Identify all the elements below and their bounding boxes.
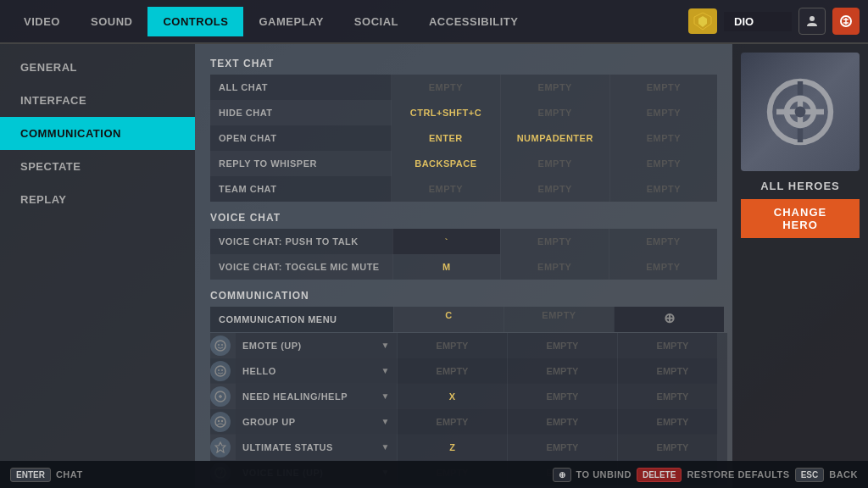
group-icon (210, 412, 231, 432)
dropdown-arrow-icon: ▼ (381, 341, 390, 350)
svg-point-12 (218, 419, 220, 421)
comm-bind-2[interactable]: EMPTY (507, 333, 617, 358)
comm-bind-2[interactable]: EMPTY (507, 384, 617, 409)
bind-cell-2[interactable]: NUMPADENTER (500, 125, 609, 151)
comm-action-label[interactable]: GROUP UP ▼ (236, 409, 397, 435)
tab-accessibility[interactable]: ACCESSIBILITY (414, 7, 533, 36)
bind-cell-3[interactable]: EMPTY (609, 229, 717, 254)
bind-cell-2[interactable]: EMPTY (500, 75, 609, 100)
svg-rect-20 (798, 129, 803, 142)
table-row: HIDE CHAT CTRL+SHFT+C EMPTY EMPTY (210, 100, 717, 125)
bind-cell-1[interactable]: ENTER (392, 125, 501, 151)
unbind-key: ⊕ (553, 468, 571, 482)
svg-point-5 (218, 344, 220, 346)
action-text: ULTIMATE STATUS (242, 442, 333, 452)
sidebar-item-replay[interactable]: REPLAY (0, 183, 195, 216)
main-area: GENERAL INTERFACE COMMUNICATION SPECTATE… (0, 44, 868, 488)
svg-point-13 (221, 419, 223, 421)
svg-rect-19 (798, 81, 803, 95)
sidebar-item-communication[interactable]: COMMUNICATION (0, 117, 195, 150)
action-label: REPLY TO WHISPER (210, 151, 392, 176)
comm-bind-3[interactable]: EMPTY (617, 358, 727, 384)
comm-bind-2[interactable]: EMPTY (507, 358, 617, 384)
action-text: NEED HEALING/HELP (242, 391, 348, 402)
comm-bind-2[interactable]: EMPTY (507, 409, 617, 435)
svg-point-7 (215, 366, 225, 376)
bind-cell-3[interactable]: EMPTY (609, 100, 717, 125)
comm-action-label[interactable]: NEED HEALING/HELP ▼ (236, 384, 397, 409)
comm-bind-3[interactable]: EMPTY (617, 409, 727, 435)
svg-point-22 (795, 107, 806, 118)
tab-social[interactable]: SOCIAL (339, 7, 414, 36)
comm-bind-1[interactable]: EMPTY (397, 409, 507, 435)
list-item: NEED HEALING/HELP ▼ X EMPTY EMPTY (210, 384, 717, 409)
change-hero-button[interactable]: CHANGE HERO (741, 199, 860, 238)
bind-cell-1[interactable]: BACKSPACE (392, 151, 501, 176)
bind-cell-2[interactable]: EMPTY (500, 254, 609, 280)
social-icon-btn[interactable] (798, 8, 826, 35)
comm-bind-1[interactable]: EMPTY (397, 333, 507, 358)
action-label: VOICE CHAT: TOGGLE MIC MUTE (210, 254, 392, 280)
svg-point-2 (810, 16, 815, 21)
table-row: VOICE CHAT: TOGGLE MIC MUTE M EMPTY EMPT… (210, 254, 717, 280)
top-navigation: VIDEO SOUND CONTROLS GAMEPLAY SOCIAL ACC… (0, 0, 868, 44)
comm-action-label[interactable]: EMOTE (UP) ▼ (236, 333, 397, 358)
comm-action-label[interactable]: HELLO ▼ (236, 358, 397, 384)
bind-cell-2[interactable]: EMPTY (500, 229, 609, 254)
hello-icon (210, 361, 231, 381)
ow-logo-large-icon (766, 78, 834, 146)
overwatch-logo-icon (839, 14, 853, 28)
bind-cell-1[interactable]: M (392, 254, 500, 280)
bind-cell-1[interactable]: ` (392, 229, 500, 254)
bind-cell-3[interactable]: EMPTY (609, 254, 717, 280)
comm-bind-3[interactable]: EMPTY (617, 333, 727, 358)
tab-controls[interactable]: CONTROLS (147, 7, 243, 36)
list-item: HELLO ▼ EMPTY EMPTY EMPTY (210, 358, 717, 384)
comm-bind-3[interactable]: EMPTY (617, 435, 727, 460)
comm-bind-3[interactable]: EMPTY (617, 384, 727, 409)
comm-action-label[interactable]: ULTIMATE STATUS ▼ (236, 435, 397, 460)
bind-cell-3[interactable]: EMPTY (609, 176, 717, 202)
action-label: VOICE CHAT: PUSH TO TALK (210, 229, 392, 254)
voice-chat-table: VOICE CHAT: PUSH TO TALK ` EMPTY EMPTY V… (210, 229, 717, 280)
person-icon (805, 14, 819, 28)
hero-panel: ALL HEROES CHANGE HERO (732, 44, 868, 488)
bind-cell-1[interactable]: EMPTY (392, 75, 501, 100)
tab-gameplay[interactable]: GAMEPLAY (243, 7, 338, 36)
dropdown-arrow-icon: ▼ (381, 417, 390, 426)
action-label: ALL CHAT (210, 75, 392, 100)
comm-bind-1[interactable]: X (397, 384, 507, 409)
sidebar-item-general[interactable]: GENERAL (0, 51, 195, 84)
sidebar-item-spectate[interactable]: SPECTATE (0, 150, 195, 183)
bind-cell-3[interactable]: EMPTY (609, 125, 717, 151)
svg-point-6 (221, 344, 223, 346)
bind-cell-3[interactable]: EMPTY (609, 75, 717, 100)
restore-label: RESTORE DEFAULTS (687, 469, 789, 480)
bind-cell-3[interactable]: EMPTY (609, 151, 717, 176)
comm-bind-c[interactable]: C (393, 307, 504, 332)
comm-bind-empty[interactable]: EMPTY (504, 307, 614, 332)
overwatch-icon-btn[interactable] (832, 8, 860, 35)
joystick-icon: ⊕ (664, 311, 676, 325)
tab-sound[interactable]: SOUND (75, 7, 147, 36)
hero-name-label: ALL HEROES (760, 180, 840, 192)
sidebar: GENERAL INTERFACE COMMUNICATION SPECTATE… (0, 44, 195, 488)
comm-bind-1[interactable]: Z (397, 435, 507, 460)
tab-video[interactable]: VIDEO (8, 7, 75, 36)
table-row: OPEN CHAT ENTER NUMPADENTER EMPTY (210, 125, 717, 151)
bind-cell-2[interactable]: EMPTY (500, 176, 609, 202)
comm-bind-2[interactable]: EMPTY (507, 435, 617, 460)
ultimate-icon (210, 437, 231, 458)
communication-section-title: COMMUNICATION (210, 290, 717, 302)
content-area: TEXT CHAT ALL CHAT EMPTY EMPTY EMPTY HID… (195, 44, 732, 488)
comm-menu-header-row: COMMUNICATION MENU C EMPTY ⊕ (210, 307, 717, 332)
svg-point-8 (218, 369, 220, 371)
nav-right-area: DIO (688, 8, 860, 35)
comm-bind-joystick[interactable]: ⊕ (614, 307, 724, 332)
bind-cell-1[interactable]: CTRL+SHFT+C (392, 100, 501, 125)
bind-cell-1[interactable]: EMPTY (392, 176, 501, 202)
comm-bind-1[interactable]: EMPTY (397, 358, 507, 384)
sidebar-item-interface[interactable]: INTERFACE (0, 84, 195, 117)
bind-cell-2[interactable]: EMPTY (500, 151, 609, 176)
bind-cell-2[interactable]: EMPTY (500, 100, 609, 125)
